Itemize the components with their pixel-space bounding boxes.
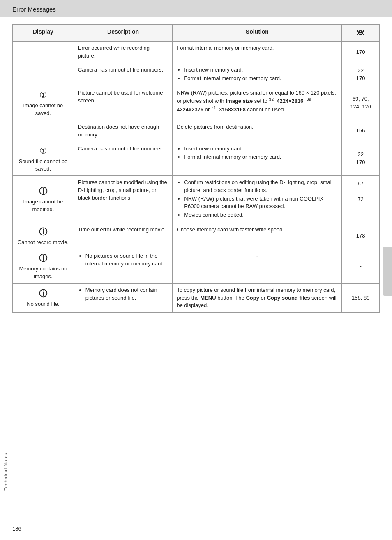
display-cell: ⓘ Image cannot bemodified. (13, 175, 74, 223)
ref-cell: 6772- (342, 175, 380, 223)
solution-cell: Choose memory card with faster write spe… (173, 223, 342, 249)
ref-cell: 178 (342, 223, 380, 249)
desc-cell: No pictures or sound file in the interna… (74, 249, 172, 283)
info-icon: ⓘ (39, 252, 47, 264)
solution-cell: Delete pictures from destination. (173, 120, 342, 142)
info-icon: ⓘ (39, 288, 47, 300)
info-icon: ① (39, 89, 47, 101)
solution-cell: - (173, 249, 342, 283)
desc-cell: Picture cannot be used for welcome scree… (74, 86, 172, 120)
page-number: 186 (12, 526, 21, 532)
table-row: Camera has run out of file numbers. Inse… (13, 63, 380, 86)
display-label: Sound file cannot besaved. (19, 158, 68, 173)
header-bar: Error Messages (0, 0, 392, 17)
solution-cell: Format internal memory or memory card. (173, 42, 342, 63)
display-cell (13, 63, 74, 86)
content-area: Display Description Solution 🕾 Error occ… (0, 17, 392, 346)
display-cell: ⓘ Memory contains noimages. (13, 249, 74, 283)
solution-cell: To copy picture or sound file from inter… (173, 283, 342, 313)
ref-cell: 22170 (342, 142, 380, 175)
desc-cell: Error occurred while recording picture. (74, 42, 172, 63)
page: Error Messages Display Description Solut… (0, 0, 392, 540)
solution-cell: Insert new memory card. Format internal … (173, 63, 342, 86)
error-messages-table: Display Description Solution 🕾 Error occ… (12, 24, 380, 313)
display-label: Image cannot besaved. (23, 102, 63, 117)
solution-cell: Insert new memory card. Format internal … (173, 142, 342, 175)
sidebar-tab (383, 247, 392, 296)
desc-cell: Pictures cannot be modified using the D-… (74, 175, 172, 223)
col-display: Display (13, 25, 74, 42)
page-title: Error Messages (12, 6, 56, 13)
display-cell (13, 120, 74, 142)
display-label: Cannot record movie. (18, 239, 69, 246)
desc-cell: Memory card does not contain pictures or… (74, 283, 172, 313)
display-cell: ① Sound file cannot besaved. (13, 142, 74, 175)
table-row: Error occurred while recording picture. … (13, 42, 380, 63)
ref-cell: 156 (342, 120, 380, 142)
table-row: ⓘ Memory contains noimages. No pictures … (13, 249, 380, 283)
ref-cell: 170 (342, 42, 380, 63)
table-row: ⓘ No sound file. Memory card does not co… (13, 283, 380, 313)
display-cell: ⓘ Cannot record movie. (13, 223, 74, 249)
desc-cell: Camera has run out of file numbers. (74, 63, 172, 86)
info-icon: ⓘ (39, 226, 47, 238)
info-icon: ① (39, 145, 47, 157)
ref-cell: 69, 70,124, 126 (342, 86, 380, 120)
table-row: ① Image cannot besaved. Picture cannot b… (13, 86, 380, 120)
solution-cell: Confirm restrictions on editing using th… (173, 175, 342, 223)
desc-cell: Camera has run out of file numbers. (74, 142, 172, 175)
col-solution: Solution (173, 25, 342, 42)
table-row: ⓘ Cannot record movie. Time out error wh… (13, 223, 380, 249)
table-row: Destination does not have enough memory.… (13, 120, 380, 142)
ref-cell: 22170 (342, 63, 380, 86)
col-ref: 🕾 (342, 25, 380, 42)
table-row: ① Sound file cannot besaved. Camera has … (13, 142, 380, 175)
col-description: Description (74, 25, 172, 42)
ref-cell: - (342, 249, 380, 283)
desc-cell: Time out error while recording movie. (74, 223, 172, 249)
display-label: Image cannot bemodified. (23, 198, 63, 213)
table-row: ⓘ Image cannot bemodified. Pictures cann… (13, 175, 380, 223)
display-label: Memory contains noimages. (19, 265, 67, 280)
sidebar-label: Technical Notes (3, 452, 8, 491)
desc-cell: Destination does not have enough memory. (74, 120, 172, 142)
solution-cell: NRW (RAW) pictures, pictures smaller or … (173, 86, 342, 120)
info-icon: ⓘ (39, 185, 47, 197)
ref-cell: 158, 89 (342, 283, 380, 313)
display-label: No sound file. (27, 300, 60, 308)
display-cell: ① Image cannot besaved. (13, 86, 74, 120)
display-cell (13, 42, 74, 63)
display-cell: ⓘ No sound file. (13, 283, 74, 313)
